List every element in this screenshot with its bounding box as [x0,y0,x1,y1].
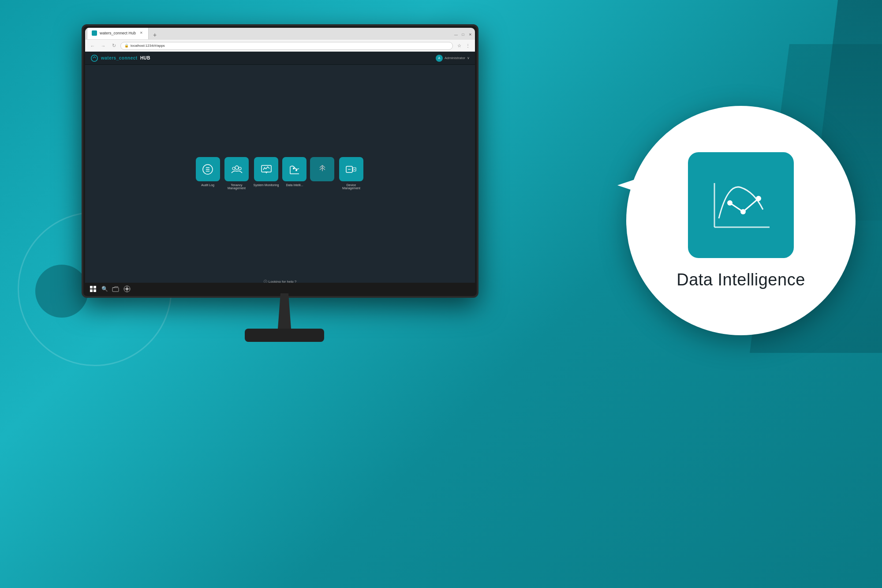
tab-favicon [92,30,97,36]
system-monitoring-label: System Monitoring [254,184,279,187]
refresh-button[interactable]: ↻ [110,42,118,50]
svg-rect-18 [90,286,93,288]
audit-log-label: Audit Log [201,184,214,187]
data-intelligence-label: Data Intelli... [286,184,303,187]
apps-grid: Audit Log [196,157,365,190]
tab-close-button[interactable]: ✕ [138,30,144,36]
tenancy-management-label: Tenancy Management [224,184,250,190]
back-button[interactable]: ← [89,42,97,50]
app-title-hub: HUB [140,56,150,60]
apps-grid-container: Audit Log [85,65,475,282]
svg-point-6 [232,167,235,170]
bg-circle-small [35,265,88,318]
browser-top-bar: waters_connect Hub ✕ + — □ ✕ [85,28,475,39]
svg-point-24 [126,288,128,290]
tab-title: waters_connect Hub [100,31,136,35]
window-controls: — □ ✕ [453,31,473,39]
app-title-main: waters_connect [101,56,138,60]
svg-rect-20 [90,289,93,292]
lock-icon: 🔒 [124,44,129,48]
device-management-icon-tile [339,157,363,181]
svg-point-5 [235,166,239,169]
callout-pointer-svg [617,168,670,203]
more-icon[interactable]: ⋮ [464,42,471,49]
taskbar: 🔍 [85,283,475,294]
callout-label: Data Intelligence [676,270,805,289]
start-button[interactable] [89,285,97,293]
svg-rect-19 [93,286,96,288]
logo-icon [90,54,98,62]
browser-tab-active[interactable]: waters_connect Hub ✕ [87,28,149,39]
svg-point-33 [740,209,746,214]
monitor-stand-neck [271,293,298,329]
data-intelligence-callout-icon [706,174,776,236]
taskbar-file-explorer[interactable] [112,285,120,293]
svg-marker-29 [617,168,670,203]
svg-point-32 [727,200,733,206]
forward-button[interactable]: → [99,42,107,50]
svg-rect-22 [112,288,119,292]
svg-rect-21 [93,289,96,292]
maximize-button[interactable]: □ [460,31,466,37]
device-management-label: Device Management [338,184,364,190]
tenancy-icon-tile [224,157,249,181]
callout-tile[interactable] [688,152,794,258]
user-name: Administrator [445,56,465,60]
svg-point-7 [239,167,241,170]
data-intelligence-icon-tile [282,157,306,181]
tile-device-management[interactable]: Device Management [338,157,364,190]
svg-point-11 [293,168,295,169]
tile-tenancy-management[interactable]: Tenancy Management [224,157,250,190]
monitor-frame: waters_connect Hub ✕ + — □ ✕ ← → ↻ 🔒 loc… [82,24,478,298]
search-button[interactable]: 🔍 [101,285,108,292]
audit-log-icon-tile [196,157,220,181]
user-avatar: A [436,55,443,62]
minimize-button[interactable]: — [453,31,459,37]
user-chevron-icon: ∨ [467,56,470,60]
star-icon[interactable]: ☆ [456,42,463,49]
tile-unknown[interactable] [310,157,334,184]
tile-audit-log[interactable]: Audit Log [196,157,220,187]
app-title: waters_connect HUB [101,56,150,60]
svg-point-0 [91,55,97,61]
url-bar[interactable]: 🔒 localhost:1234/#/apps [120,42,453,50]
svg-point-12 [295,169,297,171]
app-logo: waters_connect HUB [90,54,150,62]
url-text: localhost:1234/#/apps [131,44,165,48]
svg-point-34 [756,196,761,201]
monitor-stand-base [245,329,324,342]
system-monitoring-icon-tile [254,157,278,181]
unknown-icon-tile [310,157,334,181]
monitor-bezel: waters_connect Hub ✕ + — □ ✕ ← → ↻ 🔒 loc… [85,28,475,294]
browser-action-buttons: ☆ ⋮ [456,42,471,49]
app-user-menu[interactable]: A Administrator ∨ [436,55,470,62]
tile-data-intelligence[interactable]: Data Intelli... [282,157,306,187]
tile-system-monitoring[interactable]: System Monitoring [254,157,279,187]
app-content-area: waters_connect HUB A Administrator ∨ [85,52,475,294]
taskbar-chrome[interactable] [123,285,131,293]
callout-container: Data Intelligence [609,106,856,353]
app-header: waters_connect HUB A Administrator ∨ [85,52,475,65]
new-tab-button[interactable]: + [150,30,159,39]
close-button[interactable]: ✕ [467,31,473,37]
monitor-wrapper: waters_connect Hub ✕ + — □ ✕ ← → ↻ 🔒 loc… [82,24,487,355]
callout-circle: Data Intelligence [626,106,856,335]
browser-address-bar: ← → ↻ 🔒 localhost:1234/#/apps ☆ ⋮ [85,39,475,52]
